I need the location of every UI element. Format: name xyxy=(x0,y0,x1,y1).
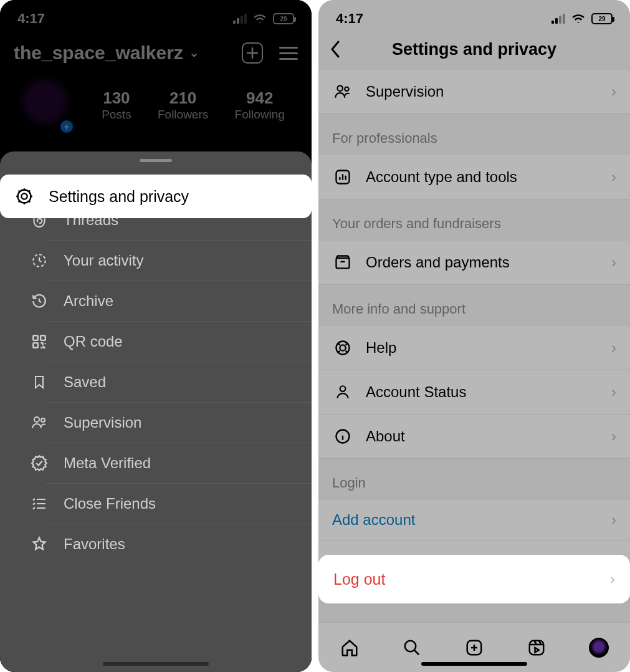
battery-icon: 29 xyxy=(591,13,613,24)
row-label: Supervision xyxy=(366,83,616,100)
chevron-right-icon: › xyxy=(611,168,616,186)
status-bar: 4:17 29 xyxy=(318,0,630,37)
page-title: Settings and privacy xyxy=(318,40,630,59)
row-supervision[interactable]: Supervision › xyxy=(318,70,630,114)
settings-list: Supervision › For professionals Account … xyxy=(318,70,630,581)
svg-point-16 xyxy=(405,640,416,651)
row-orders[interactable]: Orders and payments › xyxy=(318,241,630,285)
row-logout-highlighted[interactable]: Log out › xyxy=(318,555,630,603)
section-professionals: For professionals xyxy=(318,114,630,155)
section-support: More info and support xyxy=(318,285,630,326)
gear-icon xyxy=(15,187,34,206)
menu-label: QR code xyxy=(64,333,123,350)
star-icon xyxy=(30,535,49,554)
row-label: Log out xyxy=(333,570,385,588)
tab-search[interactable] xyxy=(401,637,422,658)
menu-label: Saved xyxy=(64,373,106,391)
wifi-icon xyxy=(571,14,585,24)
tab-profile[interactable] xyxy=(588,637,609,658)
menu-item-archive[interactable]: Archive xyxy=(46,281,312,321)
archive-icon xyxy=(30,292,49,310)
svg-point-7 xyxy=(41,418,45,422)
row-account-status[interactable]: Account Status › xyxy=(318,370,630,415)
chevron-right-icon: › xyxy=(610,570,615,588)
bottom-sheet: Threads Your activity Archive xyxy=(0,151,312,672)
chevron-right-icon: › xyxy=(611,254,616,271)
tab-create[interactable] xyxy=(464,637,485,658)
chevron-right-icon: › xyxy=(611,383,616,401)
status-time: 4:17 xyxy=(336,11,363,27)
people-icon xyxy=(30,413,49,432)
menu-item-close-friends[interactable]: Close Friends xyxy=(46,483,312,524)
svg-rect-18 xyxy=(530,640,544,655)
row-label: About xyxy=(366,428,616,445)
menu-label: Close Friends xyxy=(64,495,156,512)
menu-item-settings-highlighted[interactable]: Settings and privacy xyxy=(0,175,312,218)
menu-label: Meta Verified xyxy=(64,454,151,472)
chevron-right-icon: › xyxy=(611,83,616,100)
row-label: Help xyxy=(366,339,616,357)
row-account-type[interactable]: Account type and tools › xyxy=(318,155,630,199)
menu-label: Settings and privacy xyxy=(49,188,189,206)
menu-item-activity[interactable]: Your activity xyxy=(46,240,312,281)
section-orders: Your orders and fundraisers xyxy=(318,199,630,241)
svg-rect-3 xyxy=(33,335,38,340)
svg-point-13 xyxy=(340,345,345,350)
tab-home[interactable] xyxy=(339,637,360,658)
svg-point-14 xyxy=(340,386,346,391)
section-login: Login xyxy=(318,459,630,500)
help-icon xyxy=(332,337,353,358)
svg-point-1 xyxy=(21,193,27,199)
menu-label: Archive xyxy=(64,292,113,310)
screenshot-left-profile-menu: 4:17 29 the_space_walkerz ⌄ xyxy=(0,0,312,672)
list-star-icon xyxy=(30,494,49,513)
menu-label: Favorites xyxy=(64,535,125,553)
settings-header: Settings and privacy xyxy=(318,37,630,70)
info-icon xyxy=(332,426,353,447)
row-about[interactable]: About › xyxy=(318,415,630,459)
home-indicator xyxy=(421,662,527,666)
svg-point-9 xyxy=(345,87,348,91)
menu-item-verified[interactable]: Meta Verified xyxy=(46,443,312,483)
chevron-right-icon: › xyxy=(611,339,616,357)
menu-item-supervision[interactable]: Supervision xyxy=(46,402,312,443)
svg-point-6 xyxy=(34,417,39,422)
sheet-grabber[interactable] xyxy=(140,159,172,162)
person-icon xyxy=(332,382,353,403)
row-help[interactable]: Help › xyxy=(318,326,630,370)
screenshot-right-settings: 4:17 29 Settings and privacy Supervision xyxy=(318,0,630,672)
cell-signal-icon xyxy=(551,14,565,24)
row-add-account[interactable]: Add account › xyxy=(318,500,630,540)
row-label: Orders and payments xyxy=(366,254,616,271)
row-label: Account Status xyxy=(366,383,616,401)
svg-rect-5 xyxy=(33,343,38,348)
bookmark-icon xyxy=(30,373,49,391)
svg-rect-11 xyxy=(336,258,350,268)
home-indicator xyxy=(103,662,209,666)
tab-reels[interactable] xyxy=(526,637,547,658)
verified-icon xyxy=(30,454,49,473)
menu-item-qr[interactable]: QR code xyxy=(46,321,312,362)
qr-icon xyxy=(30,332,49,351)
chevron-right-icon: › xyxy=(611,428,616,445)
chevron-right-icon: › xyxy=(611,511,616,529)
row-label: Add account xyxy=(332,511,616,529)
orders-icon xyxy=(332,252,353,273)
menu-label: Supervision xyxy=(64,414,141,431)
clock-dashed-icon xyxy=(30,251,49,270)
row-label: Account type and tools xyxy=(366,168,616,186)
menu-item-favorites[interactable]: Favorites xyxy=(46,524,312,564)
svg-rect-4 xyxy=(41,335,45,340)
chart-icon xyxy=(332,166,353,188)
menu-item-saved[interactable]: Saved xyxy=(46,362,312,402)
people-icon xyxy=(332,81,353,102)
menu-label: Your activity xyxy=(64,252,144,269)
svg-point-8 xyxy=(337,85,343,91)
avatar-icon xyxy=(589,638,609,658)
